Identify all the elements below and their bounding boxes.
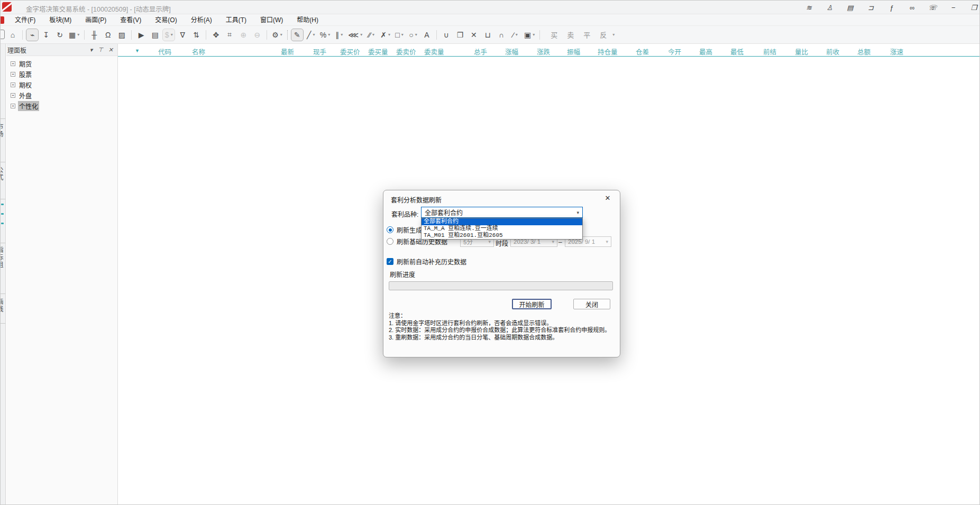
close-icon[interactable]: ✕ [108, 47, 113, 53]
column-header-6[interactable]: 委卖价 [396, 47, 416, 57]
column-header-14[interactable]: 今开 [668, 47, 681, 57]
column-header-8[interactable]: 总手 [474, 47, 487, 57]
link-icon[interactable]: ⌁ [26, 29, 39, 41]
menu-item-5[interactable]: 分析(A) [184, 14, 219, 26]
column-header-0[interactable]: 代码 [158, 47, 171, 57]
column-header-13[interactable]: 仓差 [636, 47, 649, 57]
move-icon[interactable]: ✥ [209, 29, 222, 41]
zoom-in-icon[interactable]: ⊕ [237, 29, 250, 41]
menu-item-7[interactable]: 窗口(W) [253, 14, 290, 26]
sort-icon[interactable]: ⇅ [190, 29, 203, 41]
column-header-7[interactable]: 委卖量 [424, 47, 444, 57]
play-icon[interactable]: ▶ [135, 29, 148, 41]
column-header-11[interactable]: 振幅 [567, 47, 580, 57]
maximize-icon[interactable]: ❒ [969, 3, 978, 12]
column-header-18[interactable]: 量比 [795, 47, 808, 57]
tree-item-2[interactable]: 期权 [6, 79, 117, 90]
dollar-icon[interactable]: $ [162, 29, 175, 41]
magnet-icon[interactable]: ∪ [440, 29, 453, 41]
settings-gear-icon[interactable]: ⚙ [270, 29, 284, 41]
column-header-21[interactable]: 涨速 [890, 47, 903, 57]
filter-icon[interactable]: ∇ [176, 29, 189, 41]
dropdown-option-2[interactable]: TA_M01 豆粕2601.豆粕2605 [422, 232, 582, 239]
column-header-16[interactable]: 最低 [730, 47, 744, 57]
column-header-19[interactable]: 前收 [826, 47, 839, 57]
text-tool-icon[interactable]: A [420, 29, 433, 41]
pin-icon[interactable]: ⊤ [98, 47, 103, 53]
clear-icon[interactable]: ⌗ [223, 29, 236, 41]
column-header-15[interactable]: 最高 [699, 47, 712, 57]
parallel-hatch-icon[interactable]: ∕∕ [365, 29, 378, 41]
lock-icon[interactable]: ∩ [495, 29, 508, 41]
column-header-20[interactable]: 总额 [857, 47, 871, 57]
column-header-17[interactable]: 前结 [763, 47, 776, 57]
arbitrage-type-combobox[interactable]: 全部套利合约 ▾ [421, 207, 583, 218]
download-icon[interactable]: ↧ [40, 29, 52, 41]
menu-item-4[interactable]: 交易(O) [148, 14, 184, 26]
menu-item-0[interactable]: 文件(F) [8, 14, 42, 26]
expand-icon[interactable] [11, 93, 15, 98]
radio-off-icon[interactable] [387, 238, 393, 245]
user-icon[interactable]: ♙ [825, 3, 834, 12]
start-refresh-button[interactable]: 开始刷新 [512, 299, 552, 309]
radio-on-icon[interactable] [387, 226, 393, 233]
trade-overflow-icon[interactable]: ▾ [612, 32, 615, 37]
expand-icon[interactable] [11, 72, 15, 77]
trash-icon[interactable]: ⊔ [481, 29, 494, 41]
menu-item-1[interactable]: 板块(M) [42, 14, 78, 26]
trade-button-3[interactable]: 反 [595, 30, 611, 40]
column-header-2[interactable]: 最新 [281, 47, 294, 57]
dialog-close-icon[interactable]: ✕ [603, 194, 612, 202]
fan-lines-icon[interactable]: ⋘ [346, 29, 364, 41]
news-icon[interactable]: ▤ [846, 3, 855, 12]
auto-fill-checkbox-row[interactable]: 刷新前自动补充历史数据 [387, 257, 466, 266]
edge-tab-3[interactable]: 画线 [1, 298, 4, 313]
dropdown-option-0[interactable]: 全部套利合约 [422, 218, 582, 225]
column-header-3[interactable]: 现手 [313, 47, 326, 57]
trade-button-1[interactable]: 卖 [562, 30, 579, 40]
vertical-lines-icon[interactable]: ∥ [333, 29, 345, 41]
edge-tab-2[interactable]: 指标组 [1, 246, 4, 269]
column-header-12[interactable]: 持仓量 [598, 47, 618, 57]
menu-item-8[interactable]: 帮助(H) [290, 14, 325, 26]
report-icon[interactable]: ▤ [149, 29, 161, 41]
chart-image-icon[interactable]: ▨ [115, 29, 128, 41]
line-style-icon[interactable]: ∕ [509, 29, 521, 41]
circle-tool-icon[interactable]: ○ [407, 29, 419, 41]
collapse-icon[interactable]: ▾ [90, 47, 93, 53]
refresh-generate-radio-row[interactable]: 刷新生成 [387, 225, 422, 234]
tree-item-1[interactable]: 股票 [6, 69, 117, 79]
column-header-1[interactable]: 名称 [192, 47, 205, 57]
edge-tab-1[interactable]: 公式 [1, 167, 4, 181]
menu-item-3[interactable]: 查看(V) [113, 14, 148, 26]
refresh-icon[interactable]: ↻ [53, 29, 66, 41]
indicator-icon[interactable]: ╫ [88, 29, 100, 41]
tree-item-0[interactable]: 期货 [6, 58, 117, 69]
minimize-icon[interactable]: − [949, 3, 958, 12]
checkbox-checked-icon[interactable] [387, 258, 393, 265]
support-icon[interactable]: ☏ [928, 3, 937, 12]
expand-icon[interactable] [11, 104, 15, 108]
home-icon[interactable]: ⌂ [6, 29, 19, 41]
delete-icon[interactable]: ✕ [468, 29, 480, 41]
edge-tab-0[interactable]: 市场 [1, 123, 4, 138]
menu-item-6[interactable]: 工具(T) [219, 14, 253, 26]
plugin-icon[interactable]: ∞ [908, 3, 917, 12]
pen-icon[interactable]: ✎ [291, 29, 304, 41]
column-header-5[interactable]: 委买量 [368, 47, 388, 57]
cross-lines-icon[interactable]: ✗ [379, 29, 392, 41]
trade-button-0[interactable]: 买 [546, 30, 562, 40]
formula-icon[interactable]: ƒ [887, 3, 896, 12]
save-icon[interactable]: ▣ [523, 29, 536, 41]
feed-icon[interactable]: ≋ [804, 3, 813, 12]
alert-bell-icon[interactable]: Ω [102, 29, 114, 41]
tree-item-3[interactable]: 外盘 [6, 90, 117, 100]
dropdown-option-1[interactable]: TA_M_A 豆粕连续.豆一连续 [422, 225, 582, 232]
expand-icon[interactable] [11, 82, 15, 87]
tree-item-4[interactable]: 个性化 [6, 100, 117, 111]
column-header-10[interactable]: 涨跌 [537, 47, 550, 57]
close-button[interactable]: 关闭 [573, 299, 610, 309]
rect-tool-icon[interactable]: □ [393, 29, 406, 41]
layout-grid-icon[interactable]: ▦ [67, 29, 81, 41]
expand-icon[interactable] [11, 61, 15, 66]
